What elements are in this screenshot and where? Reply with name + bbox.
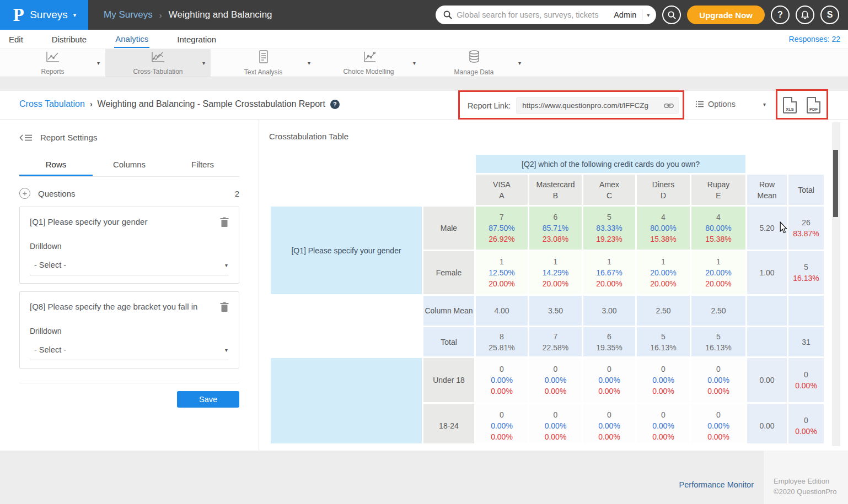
panel-title: Report Settings — [40, 133, 97, 142]
chevron-down-icon[interactable]: ▾ — [308, 60, 310, 66]
chevron-down-icon: ▾ — [225, 262, 228, 268]
tab-columns[interactable]: Columns — [93, 155, 166, 176]
questionpro-logo: P — [13, 6, 24, 25]
chevron-down-icon[interactable]: ▾ — [413, 60, 416, 66]
scrollbar-thumb[interactable] — [833, 150, 838, 217]
row-label-cell: Under 18 — [423, 358, 474, 402]
question-title: [Q8] Please specify the age bracket you … — [30, 302, 220, 311]
responses-count[interactable]: Responses: 22 — [789, 35, 840, 44]
chevron-down-icon[interactable]: ▾ — [97, 60, 100, 66]
tab-rows[interactable]: Rows — [19, 155, 93, 176]
drilldown-select[interactable]: - Select -▾ — [30, 339, 229, 360]
delete-question-button[interactable] — [220, 217, 229, 230]
cross-tab-chart-icon — [151, 50, 166, 66]
column-header-cell: DinersD — [637, 175, 690, 205]
data-cell: 00.00%0.00% — [691, 358, 745, 402]
chevron-down-icon: ▾ — [763, 101, 766, 107]
chevron-down-icon[interactable]: ▾ — [202, 60, 205, 66]
spacer-cell — [271, 175, 422, 205]
question-card-header: [Q1] Please specify your gender — [30, 217, 229, 230]
upgrade-now-button[interactable]: Upgrade Now — [687, 6, 765, 24]
report-link-input[interactable] — [522, 101, 664, 110]
search-scope-caret-icon[interactable]: ▾ — [642, 12, 656, 18]
nav-item-analytics[interactable]: Analytics — [114, 31, 149, 48]
tab-filters[interactable]: Filters — [166, 155, 239, 176]
data-cell: 787.50%26.92% — [476, 207, 528, 250]
questions-header: + Questions 2 — [19, 188, 239, 199]
help-button[interactable]: ? — [771, 6, 790, 24]
toolbar-item-text-analysis[interactable]: Text Analysis▾ — [211, 49, 316, 77]
export-pdf-button[interactable]: PDF — [807, 97, 820, 113]
drilldown-label: Drilldown — [30, 242, 229, 251]
drilldown-select[interactable]: - Select -▾ — [30, 254, 229, 275]
row-label-cell: Female — [423, 251, 474, 294]
toolbar-item-manage-data[interactable]: Manage Data▾ — [421, 49, 527, 77]
toolbar-item-cross-tabulation[interactable]: Cross-Tabulation▾ — [105, 49, 211, 77]
question-card-header: [Q8] Please specify the age bracket you … — [30, 302, 229, 315]
delete-question-button[interactable] — [220, 302, 229, 315]
breadcrumb-my-surveys[interactable]: My Surveys — [104, 9, 153, 20]
data-cell: 00.00%0.00% — [691, 404, 745, 443]
list-icon — [696, 101, 704, 107]
questions-label: Questions — [38, 189, 76, 198]
breadcrumb-current: Weighting and Balancing — [169, 9, 272, 20]
row-mean-cell: 0.00 — [747, 358, 787, 402]
data-cell: 112.50%20.00% — [476, 251, 528, 294]
crosstab-scroll-area[interactable]: [Q2] which of the following credit cards… — [269, 153, 848, 443]
data-cell: 00.00%0.00% — [529, 404, 582, 443]
report-link-field — [516, 97, 679, 114]
trash-icon — [220, 302, 229, 312]
summary-label-cell: Column Mean — [423, 296, 474, 326]
toolbar-item-label: Text Analysis — [244, 68, 282, 76]
report-settings-panel: Report Settings RowsColumnsFilters + Que… — [0, 120, 259, 450]
toolbar-item-reports[interactable]: Reports▾ — [0, 49, 105, 77]
breadcrumb: My Surveys › Weighting and Balancing — [104, 9, 272, 20]
save-button[interactable]: Save — [177, 391, 239, 408]
collapse-panel-icon[interactable] — [19, 133, 33, 142]
data-cell: 00.00%0.00% — [637, 358, 690, 402]
topbar: P Surveys ▾ My Surveys › Weighting and B… — [0, 0, 848, 30]
chevron-down-icon[interactable]: ▾ — [518, 60, 521, 66]
column-header-cell: RupayE — [691, 175, 745, 205]
question-card: [Q1] Please specify your genderDrilldown… — [19, 207, 239, 284]
data-cell: 00.00%0.00% — [583, 358, 635, 402]
global-search: Admin ▾ — [436, 6, 656, 24]
spacer-cell — [271, 155, 422, 173]
performance-monitor-link[interactable]: Performance Monitor — [679, 480, 754, 489]
export-xls-button[interactable]: XLS — [783, 97, 797, 113]
help-icon[interactable]: ? — [330, 100, 340, 109]
search-button[interactable] — [662, 6, 681, 24]
nav-item-distribute[interactable]: Distribute — [51, 31, 88, 47]
surveys-menu[interactable]: P Surveys ▾ — [0, 0, 88, 30]
link-icon[interactable] — [664, 102, 674, 109]
avatar[interactable]: S — [820, 6, 839, 24]
trash-icon — [220, 217, 229, 227]
spacer-cell — [423, 175, 474, 205]
options-dropdown[interactable]: Options ▾ — [696, 100, 766, 109]
summary-cell: 619.35% — [583, 327, 635, 356]
drilldown-label: Drilldown — [30, 327, 229, 335]
data-cell: 00.00%0.00% — [476, 404, 528, 443]
question-title: [Q1] Please specify your gender — [30, 217, 220, 226]
summary-cell — [747, 296, 787, 326]
report-header: Cross Tabulation › Weighting and Balanci… — [0, 91, 848, 120]
notifications-button[interactable] — [796, 6, 814, 24]
total-header: Total — [788, 175, 824, 205]
summary-cell: 3.50 — [529, 296, 582, 326]
search-input[interactable] — [457, 10, 608, 19]
question-row-cell: [Q1] Please specify your gender — [271, 207, 422, 294]
toolbar-item-choice-modelling[interactable]: Choice Modelling▾ — [316, 49, 421, 77]
nav-item-integration[interactable]: Integration — [176, 31, 217, 47]
scrollbar-track[interactable] — [832, 122, 840, 446]
crosstab-table: [Q2] which of the following credit cards… — [269, 153, 825, 443]
data-cell: 583.33%19.23% — [583, 207, 635, 250]
xls-icon: XLS — [784, 107, 796, 112]
nav-item-edit[interactable]: Edit — [8, 31, 24, 47]
settings-tabs: RowsColumnsFilters — [19, 155, 239, 177]
cross-tabulation-link[interactable]: Cross Tabulation — [19, 99, 85, 109]
search-scope[interactable]: Admin — [608, 9, 642, 20]
add-question-icon[interactable]: + — [19, 188, 30, 199]
footer: Performance Monitor Employee Edition ©20… — [0, 451, 848, 504]
edition-block: Employee Edition ©2020 QuestionPro — [764, 451, 848, 504]
data-cell: 00.00%0.00% — [637, 404, 690, 443]
